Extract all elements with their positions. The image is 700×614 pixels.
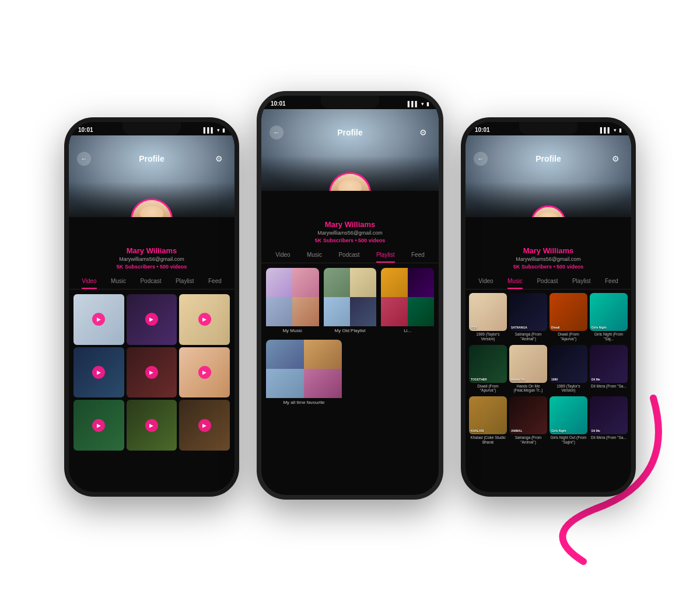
play-icon-9: ▶ [198,419,211,432]
tab-feed-right[interactable]: Feed [605,278,618,289]
playlist-sub-1c [266,297,292,326]
list-item[interactable]: 1989 1989 (Taylor's Version) [550,345,587,395]
tab-video-right[interactable]: Video [478,278,493,289]
music-label-3: Diwali (From "Apurva") [550,331,587,343]
music-label-7: 1989 (Taylor's Version) [550,383,587,395]
back-button-left[interactable]: ← [77,152,91,166]
playlist-sub-4c [266,369,304,398]
video-thumb-4: ▶ [74,347,124,398]
tab-playlist-middle[interactable]: Playlist [376,252,395,263]
list-item[interactable]: KHALASI Khalasi |Coke Studio Bharat [469,396,507,446]
tab-feed-left[interactable]: Feed [208,278,222,289]
back-button-right[interactable]: ← [474,152,488,166]
tab-podcast-right[interactable]: Podcast [537,278,558,289]
list-item[interactable]: ▶ Khalasi |CokeStudio Bharat [127,400,177,451]
tab-music-right[interactable]: Music [508,278,523,289]
notch-right [519,122,578,135]
list-item[interactable]: Hands On Hands On Me (Feat.Megan Tr..) [509,345,547,395]
settings-button-middle[interactable]: ⚙ [416,125,430,139]
list-item[interactable]: ▶ Girls Night Out(From "Sajini" [74,400,124,451]
profile-email-middle: Marywilliams56@gmail.com [261,230,439,236]
playlist-favourite[interactable]: My all time favourite [266,340,342,407]
subscribers-count-left: 5K [117,264,124,270]
subscribers-count-middle: 5K [315,238,322,243]
playlist-sub-4d [304,369,342,398]
profile-stats-right: 5K Subscribers • 500 videos [466,264,631,270]
playlist-sub-1b [292,268,318,297]
video-grid-left: ▶ 1989 (Taylor'sVersion) ▶ Hands On Me(F… [69,289,235,455]
list-item[interactable]: Diwali Diwali (From "Apurva") [550,293,587,343]
list-item[interactable]: SATRANGA Satranga (From "Animal") [509,293,547,343]
time-middle: 10:01 [271,100,286,107]
list-item[interactable]: ITZY 1989 (Taylor's Version) [469,293,507,343]
playlist-sub-2b [350,268,376,297]
play-icon-1: ▶ [92,313,105,326]
list-item[interactable]: Dil Me Dil Mera (From "Sa... [590,345,628,395]
list-item[interactable]: ▶ 1989 (Taylor'sVersion) [179,347,230,398]
tab-feed-middle[interactable]: Feed [411,252,425,263]
gear-icon-left: ⚙ [215,154,223,163]
profile-content-middle: Mary Williams Marywilliams56@gmail.com 5… [261,191,439,243]
music-label-1: 1989 (Taylor's Version) [469,331,507,343]
videos-count-middle: 500 [358,238,367,243]
tab-music-left[interactable]: Music [111,278,126,289]
playlist-sub-4a [266,340,304,369]
playlist-old[interactable]: My Old Playlist [324,268,377,335]
avatar-ring-left [131,198,173,217]
playlist-row-1: My Music My Old Playlist [266,268,434,335]
back-icon-right: ← [478,155,484,162]
profile-name-right: Mary Williams [466,246,631,255]
playlist-my-music[interactable]: My Music [266,268,319,335]
settings-button-right[interactable]: ⚙ [609,152,623,166]
settings-button-left[interactable]: ⚙ [212,152,226,166]
playlist-content: My Music My Old Playlist [261,263,439,416]
list-item[interactable]: ▶ Khalasi |CokeStudio Bharat [179,294,230,345]
battery-middle: ▮ [426,101,429,107]
back-icon-left: ← [81,155,88,162]
video-thumb-9: ▶ [179,400,230,451]
signal-right: ▌▌▌ [600,127,611,133]
list-item[interactable]: Girls Night Girls Night (From "Saj... [590,293,628,343]
list-item[interactable]: ANIMAL Satranga (From "Animal") [509,396,547,446]
list-item[interactable]: TOGETHER Diwali (From "Apurva") [469,345,507,395]
notch-left [123,122,181,135]
playlist-grid-2 [324,268,377,326]
profile-email-right: Marywilliams56@gmail.com [466,256,631,262]
playlist-label-fav: My all time favourite [266,398,342,407]
list-item[interactable]: ▶ Hands On Me(Feat.Megan Tr..) [127,347,177,398]
music-thumb-2: SATRANGA [509,293,547,331]
back-button-middle[interactable]: ← [270,125,284,139]
tab-playlist-right[interactable]: Playlist [572,278,591,289]
playlist-sub-2d [350,297,376,326]
tabs-left: Video Music Podcast Playlist Feed [69,273,235,289]
list-item[interactable]: ▶ Hands On Me(Feat.Megan Tr..) [127,294,177,345]
play-icon-8: ▶ [145,419,158,432]
playlist-label-partial: Li... [381,326,434,335]
subscribers-count-right: 5K [513,264,520,270]
tabs-middle: Video Music Podcast Playlist Feed [261,247,439,263]
list-item[interactable]: ▶ Diwali (From'Apurva') [74,347,124,398]
list-item[interactable]: ▶ 1989 (Taylor'sVersion) [74,294,124,345]
tab-podcast-left[interactable]: Podcast [140,278,161,289]
tab-playlist-left[interactable]: Playlist [176,278,194,289]
playlist-partial[interactable]: Li... [381,268,434,335]
subscribers-label-left: Subscribers • [125,264,160,270]
header-title-right: Profile [536,154,561,163]
tab-podcast-middle[interactable]: Podcast [338,252,359,263]
battery-left: ▮ [222,127,225,133]
tab-video-middle[interactable]: Video [275,252,290,263]
signal-left: ▌▌▌ [204,127,215,133]
play-icon-4: ▶ [92,366,105,379]
play-icon-2: ▶ [145,313,158,326]
videos-label-left: videos [170,264,187,270]
list-item[interactable]: Girls Night Girls Night Out (From "Sajin… [550,396,587,446]
screen-middle: 10:01 ▌▌▌ ▾ ▮ ← Profile [261,96,439,495]
tab-video-left[interactable]: Video [82,278,96,289]
list-item[interactable]: Dil Me Dil Mera (From "Sa... [590,396,628,446]
page-container: 10:01 ▌▌▌ ▾ ▮ ← Profile [0,0,700,614]
face-right [533,207,564,217]
list-item[interactable]: ▶ Dil Mera(From "Sajini" [179,400,230,451]
tab-music-middle[interactable]: Music [307,252,322,263]
playlist-sub-2c [324,297,350,326]
cover-bg-right [466,135,631,217]
